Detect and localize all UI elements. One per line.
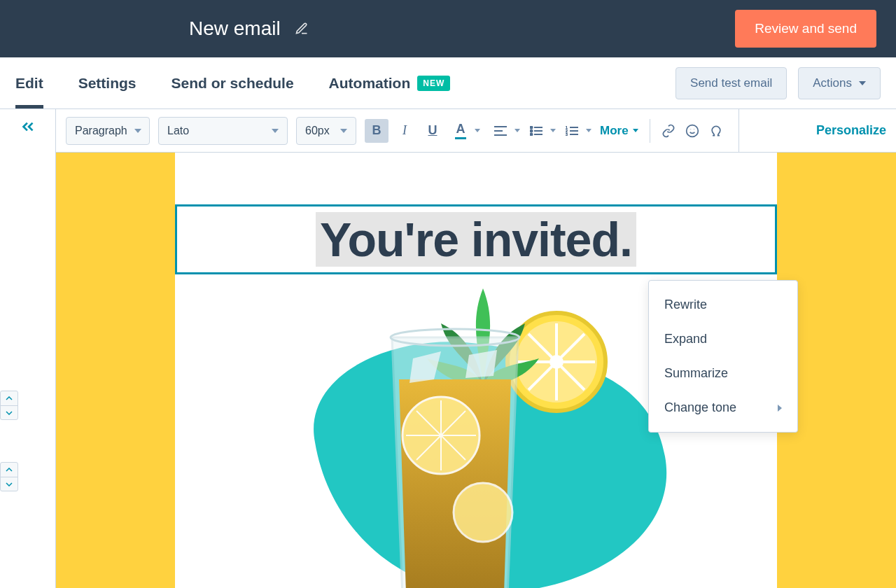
- drink-glass-icon: [364, 309, 546, 588]
- font-family-select[interactable]: Lato: [158, 117, 288, 145]
- svg-point-7: [531, 133, 533, 135]
- tabs-row: Edit Settings Send or schedule Automatio…: [0, 57, 896, 109]
- actions-dropdown-button[interactable]: Actions: [798, 67, 881, 99]
- send-test-email-button[interactable]: Send test email: [676, 67, 787, 99]
- ctx-change-tone[interactable]: Change tone: [649, 391, 797, 425]
- svg-point-15: [686, 125, 698, 136]
- align-button[interactable]: [489, 119, 520, 143]
- chevron-down-icon: [633, 129, 638, 132]
- tab-label: Edit: [15, 75, 43, 92]
- special-char-icon[interactable]: [709, 124, 723, 138]
- tab-settings[interactable]: Settings: [78, 57, 136, 108]
- more-formatting-button[interactable]: More: [600, 124, 638, 138]
- tab-automation[interactable]: Automation NEW: [329, 57, 451, 108]
- chevron-down-icon: [550, 129, 556, 132]
- new-badge: NEW: [417, 76, 450, 91]
- stepper-down-icon[interactable]: [1, 477, 18, 491]
- tab-label: Automation: [329, 75, 411, 92]
- select-value: Paragraph: [75, 125, 127, 137]
- chevron-down-icon: [475, 129, 480, 132]
- svg-point-3: [531, 126, 533, 128]
- tab-send-schedule[interactable]: Send or schedule: [172, 57, 294, 108]
- font-size-select[interactable]: 60px: [296, 117, 356, 145]
- tab-label: Settings: [78, 75, 136, 92]
- text-toolbar: Paragraph Lato 60px B I U A: [56, 109, 896, 153]
- emoji-icon[interactable]: [685, 124, 699, 138]
- paragraph-style-select[interactable]: Paragraph: [66, 117, 150, 145]
- tab-edit[interactable]: Edit: [15, 57, 43, 108]
- menu-item-label: Change tone: [664, 400, 736, 415]
- select-value: Lato: [167, 125, 189, 137]
- ai-context-menu: Rewrite Expand Summarize Change tone: [648, 280, 798, 433]
- text-color-button[interactable]: A: [449, 119, 480, 143]
- divider: [650, 119, 650, 143]
- bullet-list-button[interactable]: [524, 119, 556, 143]
- ctx-summarize[interactable]: Summarize: [649, 356, 797, 391]
- email-title: New email: [189, 18, 281, 40]
- stepper-control[interactable]: [0, 391, 18, 420]
- tab-label: Send or schedule: [172, 75, 294, 92]
- stepper-control[interactable]: [0, 462, 18, 491]
- svg-point-30: [454, 483, 512, 542]
- chevron-down-icon: [859, 81, 866, 85]
- button-label: More: [600, 124, 629, 138]
- italic-button[interactable]: I: [393, 119, 416, 143]
- select-value: 60px: [305, 125, 330, 137]
- svg-point-24: [550, 355, 564, 369]
- chevron-down-icon: [514, 129, 520, 132]
- chevron-down-icon: [340, 129, 347, 133]
- chevron-down-icon: [272, 129, 279, 133]
- chevron-down-icon: [586, 129, 592, 132]
- link-icon[interactable]: [662, 124, 676, 138]
- chevron-right-icon: [778, 405, 782, 412]
- button-label: Send test email: [690, 76, 772, 90]
- menu-item-label: Rewrite: [664, 298, 707, 312]
- menu-item-label: Summarize: [664, 366, 728, 381]
- stepper-down-icon[interactable]: [1, 405, 18, 419]
- numbered-list-button[interactable]: 123: [560, 119, 592, 143]
- button-label: Actions: [813, 76, 852, 90]
- underline-button[interactable]: U: [421, 119, 444, 143]
- ctx-expand[interactable]: Expand: [649, 322, 797, 356]
- headline-text[interactable]: You're invited.: [316, 212, 636, 267]
- stepper-up-icon[interactable]: [1, 391, 18, 405]
- left-rail: [0, 109, 56, 588]
- chevron-down-icon: [134, 129, 141, 133]
- stepper-up-icon[interactable]: [1, 463, 18, 477]
- ctx-rewrite[interactable]: Rewrite: [649, 288, 797, 322]
- bold-button[interactable]: B: [365, 119, 388, 143]
- divider: [738, 109, 739, 153]
- headline-text-block[interactable]: You're invited.: [175, 204, 777, 274]
- collapse-panel-button[interactable]: [19, 118, 37, 588]
- edit-title-icon[interactable]: [295, 22, 309, 36]
- personalize-button[interactable]: Personalize: [809, 123, 886, 138]
- svg-text:3: 3: [566, 132, 568, 136]
- top-bar: New email Review and send: [0, 0, 896, 57]
- review-and-send-button[interactable]: Review and send: [735, 10, 876, 48]
- svg-point-5: [531, 130, 533, 132]
- menu-item-label: Expand: [664, 332, 707, 346]
